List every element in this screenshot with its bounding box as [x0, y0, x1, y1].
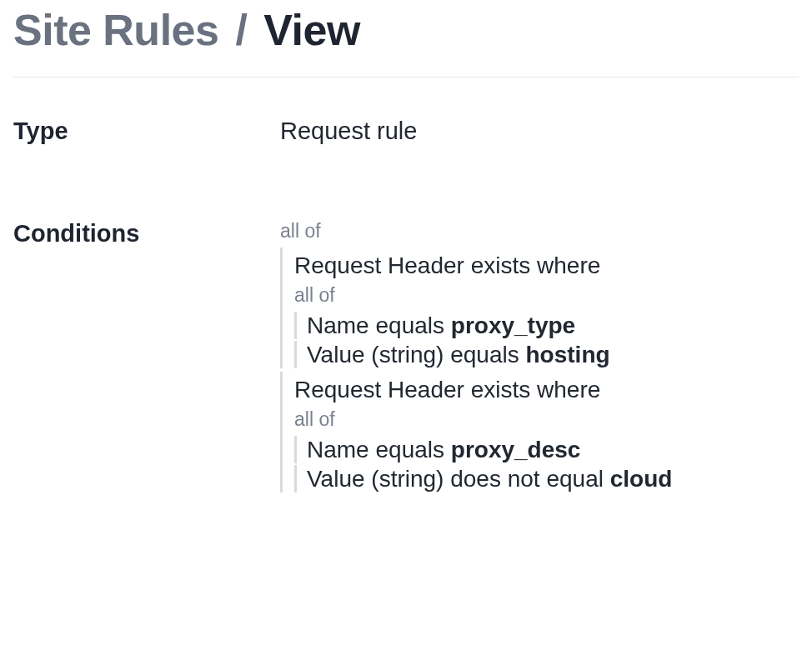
join-label-outer: all of: [280, 220, 799, 242]
condition-value: cloud: [610, 466, 673, 492]
condition-op: equals: [450, 342, 519, 368]
condition-line: Name equals proxy_desc: [294, 436, 799, 463]
breadcrumb-root[interactable]: Site Rules: [13, 6, 218, 54]
condition-value: proxy_desc: [451, 437, 581, 462]
join-label-inner: all of: [294, 408, 799, 431]
condition-op: equals: [375, 437, 444, 462]
condition-group-header: Request Header exists where: [294, 248, 799, 284]
field-row-type: Type Request rule: [13, 78, 799, 145]
condition-line: Value (string) equals hosting: [294, 341, 799, 368]
condition-field: Name: [307, 437, 369, 462]
field-label-conditions: Conditions: [13, 220, 280, 248]
condition-group: Request Header exists where all of Name …: [280, 372, 799, 492]
conditions-tree: all of Request Header exists where all o…: [280, 220, 799, 496]
condition-value: proxy_type: [451, 312, 575, 338]
breadcrumb-separator: /: [230, 6, 252, 54]
condition-line: Value (string) does not equal cloud: [294, 465, 799, 492]
condition-op: equals: [375, 312, 444, 338]
field-value-type: Request rule: [280, 118, 799, 145]
condition-field: Value (string): [307, 466, 444, 492]
join-label-inner: all of: [294, 284, 799, 307]
condition-op: does not equal: [450, 466, 604, 492]
condition-value: hosting: [526, 342, 610, 368]
condition-field: Name: [307, 312, 369, 338]
field-label-type: Type: [13, 118, 280, 145]
condition-line: Name equals proxy_type: [294, 312, 799, 339]
page-title: Site Rules / View: [13, 0, 799, 78]
condition-group-header: Request Header exists where: [294, 372, 799, 408]
breadcrumb-current: View: [263, 6, 360, 54]
condition-group: Request Header exists where all of Name …: [280, 248, 799, 368]
field-row-conditions: Conditions all of Request Header exists …: [13, 145, 799, 496]
condition-field: Value (string): [307, 342, 444, 368]
